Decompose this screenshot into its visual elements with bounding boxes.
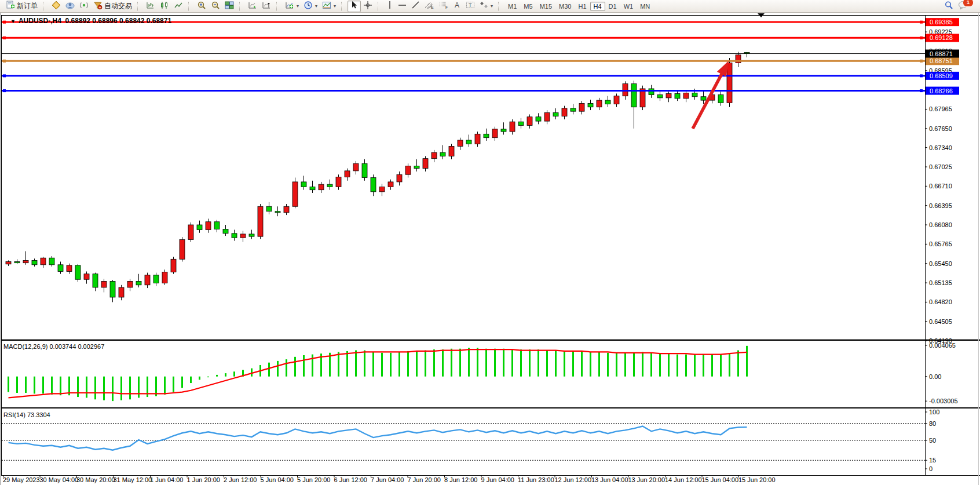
tile-windows-icon — [225, 1, 234, 12]
timeframe-button-m5[interactable]: M5 — [520, 2, 536, 11]
timeframe-button-m30[interactable]: M30 — [555, 2, 575, 11]
symbol-dropdown-icon[interactable]: ▼ — [10, 19, 16, 24]
mt4-terminal-window: 新订单 自 — [0, 0, 980, 485]
horizontal-line-button[interactable] — [396, 1, 409, 12]
svg-text:15: 15 — [929, 457, 936, 464]
signals-button[interactable] — [77, 1, 91, 12]
zoom-in-button[interactable] — [195, 1, 209, 12]
svg-text:0.69385: 0.69385 — [930, 19, 953, 25]
svg-text:0.65765: 0.65765 — [929, 240, 952, 247]
timeframe-button-m1[interactable]: M1 — [504, 2, 520, 11]
svg-text:0.66080: 0.66080 — [929, 221, 952, 228]
svg-text:E: E — [431, 5, 434, 9]
indicators-button[interactable]: ▾ — [283, 1, 301, 12]
svg-text:0.68266: 0.68266 — [930, 87, 953, 94]
svg-text:0.64505: 0.64505 — [929, 318, 952, 325]
search-icon — [944, 1, 953, 12]
svg-text:7 Jun 20:00: 7 Jun 20:00 — [408, 476, 441, 483]
svg-text:A: A — [455, 1, 459, 9]
search-button[interactable] — [942, 1, 956, 12]
chart-title[interactable]: ▼AUDUSD-,H4 0.68892 0.68896 0.68842 0.68… — [10, 17, 171, 25]
price-tag: 0.68751 — [926, 57, 959, 65]
zoom-out-button[interactable] — [209, 1, 222, 12]
svg-text:0.65450: 0.65450 — [929, 260, 952, 267]
rsi-indicator-label: RSI(14) 73.3304 — [3, 411, 50, 418]
svg-text:1 Jun 20:00: 1 Jun 20:00 — [187, 476, 221, 483]
auto-trading-button[interactable]: 自动交易 — [91, 1, 134, 12]
auto-trading-label: 自动交易 — [104, 1, 132, 11]
svg-text:12 Jun 12:00: 12 Jun 12:00 — [555, 476, 592, 483]
text-icon: A — [454, 1, 461, 12]
svg-text:8 Jun 12:00: 8 Jun 12:00 — [444, 476, 478, 483]
candlestick-chart-button[interactable] — [158, 1, 171, 12]
accounts-button[interactable] — [63, 1, 77, 12]
timeframe-group: M1M5M15M30H1H4D1W1MN — [503, 0, 655, 13]
text-label-button[interactable]: T — [463, 1, 477, 12]
periods-button[interactable]: ▾ — [301, 1, 320, 12]
new-order-button[interactable]: 新订单 — [4, 1, 40, 12]
svg-text:50: 50 — [929, 437, 936, 444]
toolbar-separator — [341, 2, 345, 11]
svg-text:100: 100 — [929, 409, 939, 415]
shapes-button[interactable]: ▾ — [477, 1, 495, 12]
channel-button[interactable]: E — [422, 1, 437, 12]
bar-chart-button[interactable] — [144, 1, 158, 12]
toolbar-separator — [276, 2, 280, 11]
timeframe-button-d1[interactable]: D1 — [605, 2, 620, 11]
fibonacci-button[interactable]: F — [437, 1, 451, 12]
market-watch-button[interactable] — [49, 1, 63, 12]
svg-text:0.66395: 0.66395 — [929, 202, 952, 209]
svg-text:7 Jun 04:00: 7 Jun 04:00 — [371, 476, 404, 483]
svg-text:13 Jun 04:00: 13 Jun 04:00 — [591, 476, 628, 483]
chart-plot-area[interactable] — [2, 16, 925, 475]
svg-text:0: 0 — [929, 465, 933, 472]
price-tag: 0.68509 — [926, 72, 959, 80]
svg-text:2 Jun 12:00: 2 Jun 12:00 — [224, 476, 257, 483]
svg-text:F: F — [445, 5, 448, 9]
auto-scroll-button[interactable] — [246, 1, 259, 12]
channel-icon: E — [425, 1, 434, 12]
trendline-button[interactable] — [409, 1, 422, 12]
timeframe-button-h1[interactable]: H1 — [575, 2, 590, 11]
cursor-button[interactable] — [348, 1, 361, 12]
toolbar-separator — [188, 2, 192, 11]
svg-text:30 May 04:00: 30 May 04:00 — [40, 476, 79, 483]
svg-text:14 Jun 12:00: 14 Jun 12:00 — [665, 476, 702, 483]
svg-text:-0.003005: -0.003005 — [929, 398, 958, 404]
signal-icon — [79, 1, 89, 12]
svg-text:0.64820: 0.64820 — [929, 298, 952, 305]
timeframe-button-m15[interactable]: M15 — [536, 2, 555, 11]
svg-text:0.67340: 0.67340 — [929, 144, 952, 151]
chart-shift-button[interactable] — [259, 1, 273, 12]
crosshair-button[interactable] — [361, 1, 375, 12]
svg-text:0.67025: 0.67025 — [929, 163, 952, 170]
svg-text:29 May 2023: 29 May 2023 — [3, 476, 40, 483]
svg-text:0.67965: 0.67965 — [929, 105, 952, 112]
vertical-line-button[interactable] — [384, 1, 396, 12]
auto-scroll-icon — [248, 1, 257, 12]
tile-windows-button[interactable] — [222, 1, 236, 12]
svg-text:15 Jun 20:00: 15 Jun 20:00 — [738, 476, 776, 483]
svg-text:15 Jun 04:00: 15 Jun 04:00 — [702, 476, 739, 483]
profile-cloud-icon — [65, 1, 75, 12]
line-chart-button[interactable] — [171, 1, 185, 12]
timeframe-button-w1[interactable]: W1 — [620, 2, 637, 11]
toolbar-separator — [498, 2, 502, 11]
svg-text:6 Jun 12:00: 6 Jun 12:00 — [334, 476, 368, 483]
text-button[interactable]: A — [451, 1, 463, 12]
chart-symbol-period: AUDUSD-,H4 — [19, 17, 61, 25]
notification-badge[interactable]: 1 — [963, 0, 974, 7]
timeframe-button-h4[interactable]: H4 — [590, 2, 605, 11]
svg-text:31 May 12:00: 31 May 12:00 — [114, 476, 152, 483]
toolbar-separator — [43, 2, 46, 11]
toolbar-separator — [378, 2, 381, 11]
templates-button[interactable]: ▾ — [320, 1, 338, 12]
price-tag: 0.68871 — [926, 50, 959, 58]
zoom-out-icon — [211, 1, 220, 12]
clock-icon — [303, 1, 313, 12]
svg-text:0.69128: 0.69128 — [930, 34, 953, 41]
timeframe-button-mn[interactable]: MN — [637, 2, 653, 11]
candlestick-chart-icon — [160, 1, 169, 12]
time-axis[interactable]: 29 May 202330 May 04:0030 May 20:0031 Ma… — [3, 476, 776, 483]
svg-text:5 Jun 04:00: 5 Jun 04:00 — [261, 476, 294, 483]
